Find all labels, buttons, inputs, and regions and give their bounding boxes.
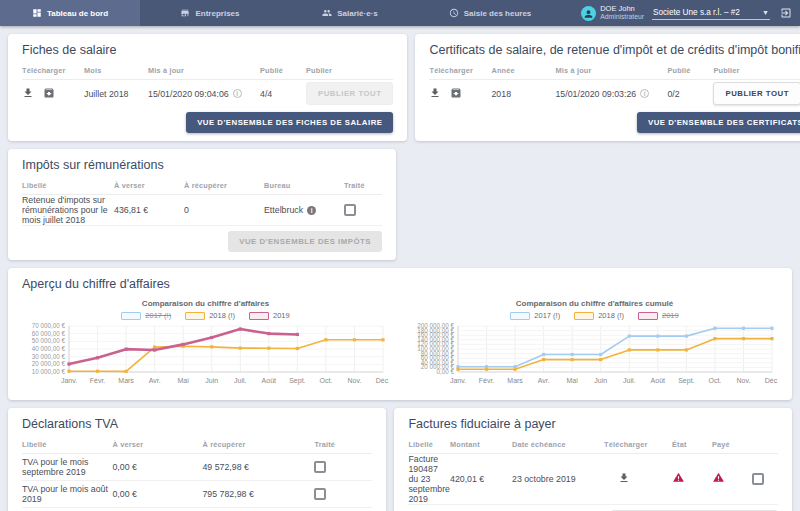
cell-a-verser: 436,81 € bbox=[114, 205, 184, 215]
vue-ensemble-impots-button[interactable]: VUE D'ENSEMBLE DES IMPÔTS bbox=[228, 231, 382, 252]
svg-text:Août: Août bbox=[650, 377, 664, 384]
legend-label: 2019 bbox=[273, 311, 290, 320]
cell-a-verser: 0,00 € bbox=[112, 462, 202, 472]
cell-a-recuperer: 0 bbox=[184, 205, 264, 215]
col-libelle: Libellé bbox=[22, 440, 112, 449]
cell-publie: 0/2 bbox=[667, 89, 713, 99]
svg-text:60 000,00 €: 60 000,00 € bbox=[31, 330, 65, 337]
svg-text:Août: Août bbox=[261, 377, 275, 384]
nav-right: DOE John Administrateur Societe Une s.a … bbox=[560, 0, 800, 26]
legend-entry-2018[interactable]: 2018 (!) bbox=[574, 311, 624, 320]
card-fiches-de-salaire: Fiches de salaire Télécharger Mois Mis à… bbox=[8, 34, 407, 141]
table-row: Retenue d'impots sur rémunérations pour … bbox=[22, 195, 382, 226]
col-traite: Traité bbox=[344, 181, 382, 190]
svg-text:Juin: Juin bbox=[205, 377, 218, 384]
tab-label: Entreprises bbox=[195, 9, 239, 18]
tab-entreprises[interactable]: Entreprises bbox=[140, 0, 280, 26]
zip-download-icon[interactable] bbox=[450, 85, 462, 103]
col-libelle: Libellé bbox=[408, 440, 450, 449]
svg-text:0,00 €: 0,00 € bbox=[436, 368, 454, 375]
publier-tout-button[interactable]: PUBLIER TOUT bbox=[306, 82, 393, 105]
svg-text:Juin: Juin bbox=[594, 377, 607, 384]
col-mois: Mois bbox=[84, 66, 148, 75]
info-icon[interactable]: i bbox=[640, 89, 649, 98]
col-a-recuperer: À récupérer bbox=[184, 181, 264, 190]
svg-text:Févr.: Févr. bbox=[89, 377, 105, 384]
card-certificats: Certificats de salaire, de retenue d'imp… bbox=[415, 34, 800, 141]
chevron-down-icon: ▼ bbox=[762, 9, 769, 16]
chart-comparaison-ca: Comparaison du chiffre d'affaires 2017 (… bbox=[22, 297, 389, 392]
zip-download-icon[interactable] bbox=[43, 85, 55, 103]
paye-checkbox[interactable] bbox=[752, 473, 764, 485]
tab-tableau-de-bord[interactable]: Tableau de bord bbox=[0, 0, 140, 26]
legend-entry-2017[interactable]: 2017 (!) bbox=[510, 311, 560, 320]
user-name: DOE John bbox=[600, 5, 644, 14]
legend-swatch bbox=[185, 312, 205, 320]
col-etat: État bbox=[672, 440, 712, 449]
table-row: 2018 15/01/2020 09:03:26 i 0/2 PUBLIER T… bbox=[429, 80, 800, 107]
svg-text:Oct.: Oct. bbox=[708, 377, 721, 384]
cell-libelle: Retenue d'impots sur rémunérations pour … bbox=[22, 195, 114, 225]
logout-button[interactable] bbox=[778, 7, 794, 19]
table-row: TVA pour le mois août 2019 0,00 € 795 78… bbox=[22, 481, 372, 508]
card-title: Fiches de salaire bbox=[22, 43, 393, 57]
svg-text:Déc.: Déc. bbox=[375, 377, 388, 384]
line-chart: Janv.Févr.MarsAvr.MaiJuinJuil.AoûtSept.O… bbox=[412, 322, 778, 392]
cell-a-recuperer: 795 782,98 € bbox=[202, 489, 314, 499]
chart-legend: 2017 (!)2018 (!)2019 bbox=[510, 311, 678, 320]
col-telecharger: Télécharger bbox=[604, 440, 672, 449]
cell-mois: Juillet 2018 bbox=[84, 89, 148, 99]
vue-ensemble-certificats-button[interactable]: VUE D'ENSEMBLE DES CERTIFICATS bbox=[637, 112, 800, 133]
svg-text:Janv.: Janv. bbox=[449, 377, 465, 384]
legend-swatch bbox=[121, 312, 141, 320]
tab-label: Tableau de bord bbox=[47, 9, 108, 18]
legend-entry-2017[interactable]: 2017 (!) bbox=[121, 311, 171, 320]
col-a-verser: À verser bbox=[112, 440, 202, 449]
col-date-echeance: Date échéance bbox=[512, 440, 604, 449]
card-title: Factures fiduciaire à payer bbox=[408, 417, 778, 431]
svg-text:Nov.: Nov. bbox=[347, 377, 361, 384]
company-select[interactable]: Societe Une s.a r.l. – #2 ▼ bbox=[652, 6, 770, 20]
col-publier: Publier bbox=[713, 66, 800, 75]
chart-title: Comparaison du chiffre d'affaires bbox=[142, 299, 269, 308]
svg-text:Mars: Mars bbox=[507, 377, 523, 384]
traite-checkbox[interactable] bbox=[314, 488, 326, 500]
cell-mis-a-jour: 15/01/2020 09:03:26 bbox=[555, 89, 636, 99]
col-publier: Publier bbox=[306, 66, 393, 75]
tab-salaries[interactable]: Salarié·e·s bbox=[280, 0, 420, 26]
dashboard-icon bbox=[32, 8, 42, 18]
company-select-value: Societe Une s.a r.l. – #2 bbox=[653, 8, 740, 17]
download-icon[interactable] bbox=[429, 85, 441, 103]
avatar bbox=[581, 6, 596, 21]
svg-text:Janv.: Janv. bbox=[60, 377, 76, 384]
traite-checkbox[interactable] bbox=[344, 204, 356, 216]
svg-text:Sept.: Sept. bbox=[289, 377, 305, 385]
info-icon[interactable]: i bbox=[307, 206, 316, 215]
download-icon[interactable] bbox=[604, 470, 672, 488]
col-a-verser: À verser bbox=[114, 181, 184, 190]
legend-swatch bbox=[574, 312, 594, 320]
col-publie: Publié bbox=[667, 66, 713, 75]
traite-checkbox[interactable] bbox=[314, 461, 326, 473]
building-icon bbox=[180, 8, 190, 18]
card-title: Impôts sur rémunérations bbox=[22, 158, 382, 172]
publier-tout-button[interactable]: PUBLIER TOUT bbox=[713, 82, 800, 105]
legend-entry-2018[interactable]: 2018 (!) bbox=[185, 311, 235, 320]
user-block[interactable]: DOE John Administrateur bbox=[581, 5, 644, 21]
svg-text:40 000,00 €: 40 000,00 € bbox=[31, 345, 65, 352]
vue-ensemble-fiches-button[interactable]: VUE D'ENSEMBLE DES FICHES DE SALAIRE bbox=[186, 112, 393, 133]
tab-label: Saisie des heures bbox=[464, 9, 532, 18]
download-icon[interactable] bbox=[22, 85, 34, 103]
legend-entry-2019[interactable]: 2019 bbox=[249, 311, 290, 320]
tab-label: Salarié·e·s bbox=[337, 9, 377, 18]
svg-text:Juil.: Juil. bbox=[234, 377, 247, 384]
legend-label: 2018 (!) bbox=[209, 311, 235, 320]
table-row: Juillet 2018 15/01/2020 09:04:06 i 4/4 P… bbox=[22, 80, 393, 107]
legend-entry-2019[interactable]: 2019 bbox=[638, 311, 679, 320]
tab-saisie-des-heures[interactable]: Saisie des heures bbox=[420, 0, 560, 26]
cell-mis-a-jour: 15/01/2020 09:04:06 bbox=[148, 89, 229, 99]
svg-text:Nov.: Nov. bbox=[736, 377, 750, 384]
user-role: Administrateur bbox=[600, 13, 644, 21]
info-icon[interactable]: i bbox=[233, 89, 242, 98]
chart-legend: 2017 (!)2018 (!)2019 bbox=[121, 311, 289, 320]
